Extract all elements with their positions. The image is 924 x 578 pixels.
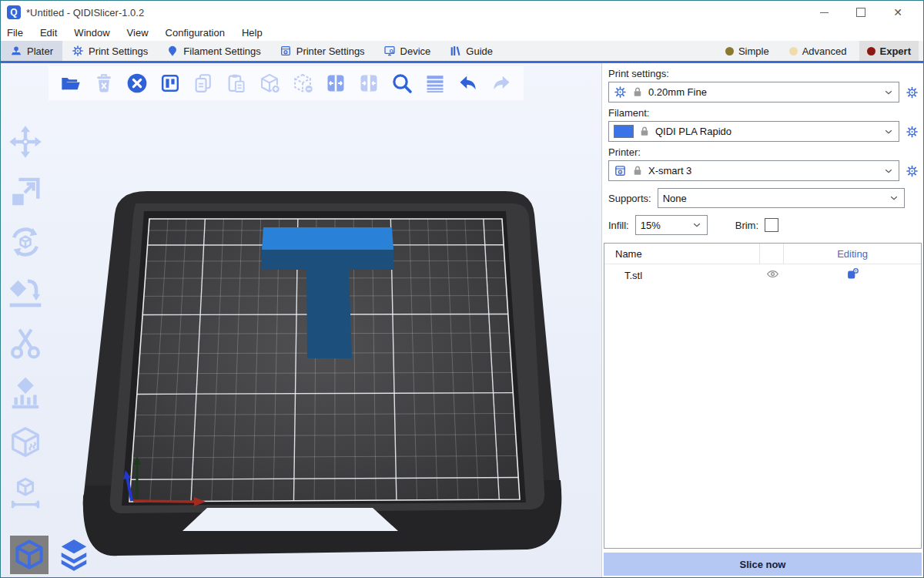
scale-tool[interactable] <box>5 172 45 211</box>
cube-plus-icon <box>259 72 280 94</box>
delete-all-button[interactable] <box>126 72 149 95</box>
mode-label: Simple <box>738 45 769 57</box>
split-parts-icon <box>358 72 380 94</box>
mode-label: Advanced <box>802 45 847 57</box>
tab-filament-settings[interactable]: Filament Settings <box>157 41 270 61</box>
edit-object-button[interactable] <box>784 267 921 283</box>
tab-printer-settings[interactable]: Printer Settings <box>270 41 374 61</box>
3d-viewport[interactable] <box>1 63 601 577</box>
move-tool[interactable] <box>5 122 45 161</box>
editor-cube-icon <box>12 538 46 572</box>
mode-dot-icon <box>867 47 875 55</box>
minimize-button[interactable] <box>819 7 829 18</box>
seam-paint-icon <box>8 425 43 460</box>
folder-open-icon <box>60 72 82 94</box>
menu-file[interactable]: File <box>7 27 23 39</box>
rotate-icon <box>8 224 43 260</box>
print-bed-scene[interactable] <box>1 63 603 578</box>
measure-tool[interactable] <box>5 472 45 512</box>
remove-instance-button[interactable] <box>291 72 314 95</box>
redo-button[interactable] <box>490 72 513 95</box>
infill-combo[interactable]: 15% <box>635 215 708 235</box>
tab-print-settings[interactable]: Print Settings <box>62 41 157 61</box>
split-to-parts-button[interactable] <box>357 72 380 95</box>
paste-button[interactable] <box>225 72 248 95</box>
filament-gear-button[interactable] <box>904 124 919 139</box>
tab-device[interactable]: Device <box>374 41 440 61</box>
menu-view[interactable]: View <box>127 27 149 39</box>
object-row[interactable]: T.stl <box>604 264 921 286</box>
print-settings-gear-button[interactable] <box>904 85 919 100</box>
print-settings-value: 0.20mm Fine <box>648 86 878 98</box>
close-button[interactable]: ✕ <box>892 7 903 18</box>
chevron-down-icon <box>883 166 894 176</box>
column-editing: Editing <box>784 248 921 260</box>
column-visibility <box>759 244 784 264</box>
maximize-button[interactable] <box>855 7 866 18</box>
mode-expert[interactable]: Expert <box>859 41 919 61</box>
variable-layer-height-button[interactable] <box>424 72 447 95</box>
menu-help[interactable]: Help <box>242 27 263 39</box>
menu-configuration[interactable]: Configuration <box>166 27 225 39</box>
arrange-button[interactable] <box>159 72 182 95</box>
copy-icon <box>192 72 214 94</box>
view-toggles <box>10 536 93 574</box>
cut-tool[interactable] <box>5 322 45 361</box>
split-objects-icon <box>325 72 346 94</box>
mode-advanced[interactable]: Advanced <box>782 41 855 61</box>
undo-icon <box>457 72 479 94</box>
mode-dot-icon <box>725 47 734 55</box>
settings-panel: Print settings: 0.20mm Fine Filament: QI… <box>601 63 923 577</box>
mode-label: Expert <box>880 45 911 57</box>
printer-combo[interactable]: X-smart 3 <box>608 160 899 181</box>
gear-icon <box>906 164 919 177</box>
visibility-toggle[interactable] <box>761 267 784 283</box>
delete-button[interactable] <box>92 72 116 95</box>
mode-switcher: SimpleAdvancedExpert <box>718 41 923 61</box>
window-title: *Untitled - QIDISlicer-1.0.2 <box>26 7 819 18</box>
lock-icon <box>632 86 643 98</box>
brim-label: Brim: <box>735 220 758 231</box>
guide-icon <box>449 45 461 57</box>
supports-combo[interactable]: None <box>658 188 905 208</box>
copy-button[interactable] <box>192 72 215 95</box>
move-icon <box>8 124 43 160</box>
filament-combo[interactable]: QIDI PLA Rapido <box>608 121 899 142</box>
menu-edit[interactable]: Edit <box>40 27 57 39</box>
undo-button[interactable] <box>457 72 480 95</box>
printer-value: X-smart 3 <box>648 165 878 176</box>
tab-label: Device <box>400 45 431 57</box>
scale-icon <box>8 174 43 210</box>
cube-minus-icon <box>292 72 313 94</box>
tab-label: Plater <box>27 45 53 57</box>
search-icon <box>391 72 413 94</box>
split-to-objects-button[interactable] <box>324 72 347 95</box>
filament-icon <box>166 45 179 57</box>
preview-view-button[interactable] <box>55 536 93 574</box>
main-toolbar <box>49 66 524 100</box>
seam-painting-tool[interactable] <box>5 422 45 462</box>
menu-window[interactable]: Window <box>74 27 109 39</box>
printer-gear-button[interactable] <box>904 163 919 179</box>
place-on-face-tool[interactable] <box>5 272 45 311</box>
circle-x-icon <box>126 72 148 94</box>
print-settings-label: Print settings: <box>604 66 922 82</box>
open-file-button[interactable] <box>59 72 82 95</box>
paste-icon <box>226 72 247 94</box>
print-settings-combo[interactable]: 0.20mm Fine <box>608 82 899 102</box>
tab-plater[interactable]: Plater <box>1 41 62 61</box>
minimize-icon <box>820 12 829 13</box>
paint-on-supports-tool[interactable] <box>5 372 45 412</box>
rotate-tool[interactable] <box>5 222 45 261</box>
tab-guide[interactable]: Guide <box>440 41 502 61</box>
cut-icon <box>8 324 43 360</box>
slice-now-button[interactable]: Slice now <box>604 553 922 576</box>
mode-simple[interactable]: Simple <box>718 41 777 61</box>
eye-icon <box>766 267 779 283</box>
add-instance-button[interactable] <box>258 72 281 95</box>
object-list: Name Editing T.stl <box>604 243 922 549</box>
brim-checkbox[interactable] <box>765 218 778 232</box>
3d-editor-view-button[interactable] <box>10 536 49 574</box>
printer-icon <box>280 45 292 57</box>
search-button[interactable] <box>390 72 413 95</box>
